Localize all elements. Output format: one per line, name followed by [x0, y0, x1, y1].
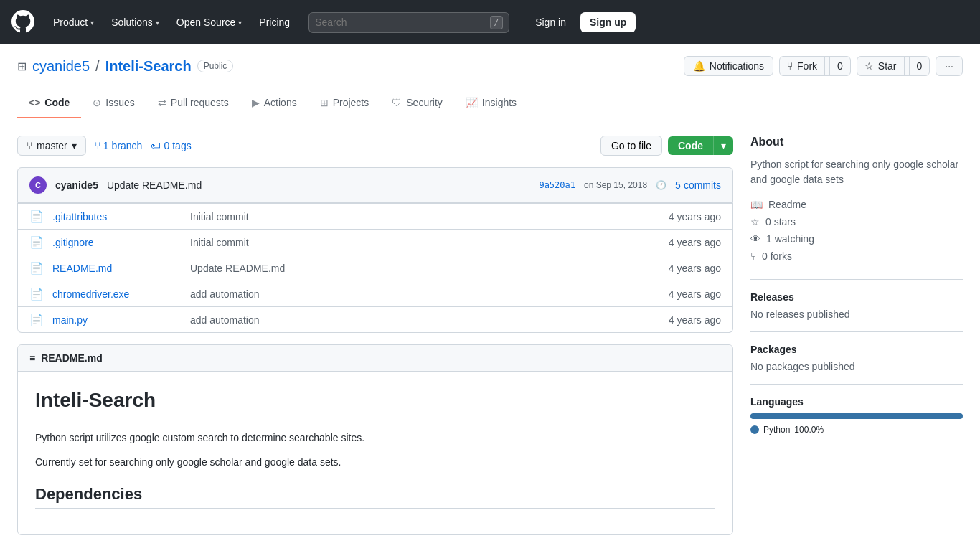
readme-box: ≡ README.md Inteli-Search Python script …	[17, 344, 733, 535]
actions-icon: ▶	[252, 97, 260, 108]
packages-title: Packages	[750, 344, 963, 355]
table-row: 📄 main.py add automation 4 years ago	[18, 306, 732, 332]
search-kbd: /	[490, 16, 504, 29]
history-icon: 🕐	[656, 180, 666, 190]
table-row: 📄 .gitignore Initial commit 4 years ago	[18, 229, 732, 255]
star-action[interactable]: ☆ Star	[857, 57, 904, 75]
repo-header: ⊞ cyanide5 / Inteli-Search Public 🔔 Noti…	[0, 44, 980, 88]
signin-button[interactable]: Sign in	[527, 13, 575, 32]
releases-section: Releases No releases published	[750, 279, 963, 320]
main-content: ⑂ master ▾ ⑂ 1 branch 🏷 0 tags Go to fil…	[0, 118, 980, 551]
search-input[interactable]	[315, 17, 486, 28]
file-icon: 📄	[29, 313, 44, 326]
commit-hash[interactable]: 9a520a1	[539, 180, 575, 190]
forks-link[interactable]: ⑂ 0 forks	[750, 250, 963, 262]
readme-title: Inteli-Search	[35, 389, 715, 418]
table-row: 📄 .gitattributes Initial commit 4 years …	[18, 203, 732, 229]
branch-right: Go to file Code ▾	[600, 136, 733, 156]
readme-desc1: Python script utilizes google custom sea…	[35, 430, 715, 446]
file-icon: 📄	[29, 209, 44, 223]
tab-projects[interactable]: ⊞ Projects	[308, 88, 381, 118]
packages-section: Packages No packages published	[750, 331, 963, 372]
file-name[interactable]: main.py	[52, 314, 182, 326]
readme-list-icon: ≡	[29, 352, 35, 364]
file-name[interactable]: chromedriver.exe	[52, 288, 182, 300]
releases-no-content: No releases published	[750, 309, 963, 320]
file-time: 4 years ago	[669, 237, 721, 248]
tab-actions[interactable]: ▶ Actions	[240, 88, 308, 118]
tab-security[interactable]: 🛡 Security	[380, 88, 454, 118]
repo-owner[interactable]: cyanide5	[32, 58, 90, 75]
readme-dependencies-title: Dependencies	[35, 485, 715, 509]
tag-count-link[interactable]: 🏷 0 tags	[151, 140, 191, 151]
readme-link[interactable]: 📖 Readme	[750, 199, 963, 210]
github-logo[interactable]	[11, 10, 34, 35]
commits-link[interactable]: 5 commits	[675, 179, 721, 191]
file-commit-msg: Initial commit	[190, 211, 660, 222]
fork-button: ⑂ Fork 0	[779, 56, 851, 76]
languages-section: Languages Python 100.0%	[750, 384, 963, 435]
star-button: ☆ Star 0	[857, 56, 930, 76]
tab-code[interactable]: <> Code	[17, 88, 81, 118]
packages-no-content: No packages published	[750, 361, 963, 372]
readme-desc2: Currently set for searching only google …	[35, 454, 715, 470]
watching-link[interactable]: 👁 1 watching	[750, 233, 963, 245]
stars-link[interactable]: ☆ 0 stars	[750, 216, 963, 227]
tab-insights[interactable]: 📈 Insights	[454, 88, 528, 118]
language-percent: 100.0%	[794, 425, 824, 435]
fork-action[interactable]: ⑂ Fork	[780, 57, 824, 75]
tab-issues[interactable]: ⊙ Issues	[81, 88, 146, 118]
repo-name[interactable]: Inteli-Search	[105, 58, 192, 75]
notifications-button[interactable]: 🔔 Notifications	[684, 56, 773, 76]
repo-actions: 🔔 Notifications ⑂ Fork 0 ☆ Star 0 ···	[684, 56, 963, 76]
signup-button[interactable]: Sign up	[580, 12, 636, 32]
header: Product ▾ Solutions ▾ Open Source ▾ Pric…	[0, 0, 980, 44]
search-bar: /	[308, 12, 509, 33]
languages-title: Languages	[750, 396, 963, 408]
more-options-button[interactable]: ···	[936, 56, 963, 76]
branch-count-link[interactable]: ⑂ 1 branch	[95, 140, 143, 151]
file-time: 4 years ago	[669, 288, 721, 300]
file-name[interactable]: README.md	[52, 263, 182, 274]
file-name[interactable]: .gitattributes	[52, 211, 182, 222]
commit-message[interactable]: Update README.md	[107, 179, 202, 191]
nav-product[interactable]: Product ▾	[46, 12, 101, 32]
projects-icon: ⊞	[320, 97, 329, 108]
insights-icon: 📈	[466, 97, 478, 108]
chevron-down-icon: ▾	[72, 140, 77, 151]
language-dot	[750, 425, 759, 434]
search-container: /	[308, 12, 509, 33]
repo-title: ⊞ cyanide5 / Inteli-Search Public	[17, 58, 233, 75]
bell-icon: 🔔	[693, 60, 705, 72]
file-time: 4 years ago	[669, 314, 721, 326]
file-icon: 📄	[29, 287, 44, 301]
repo-icon: ⊞	[17, 60, 27, 73]
sidebar: About Python script for searching only g…	[750, 136, 963, 535]
branch-selector[interactable]: ⑂ master ▾	[17, 136, 86, 156]
ellipsis-icon: ···	[945, 60, 953, 72]
avatar-initial: C	[35, 181, 41, 189]
repo-visibility-badge: Public	[197, 60, 234, 72]
branch-left: ⑂ master ▾ ⑂ 1 branch 🏷 0 tags	[17, 136, 192, 156]
repo-tabs: <> Code ⊙ Issues ⇄ Pull requests ▶ Actio…	[0, 88, 980, 118]
file-name[interactable]: .gitignore	[52, 237, 182, 248]
commit-author[interactable]: cyanide5	[55, 179, 98, 191]
table-row: 📄 chromedriver.exe add automation 4 year…	[18, 281, 732, 306]
tab-pull-requests[interactable]: ⇄ Pull requests	[146, 88, 240, 118]
code-button-main[interactable]: Code	[668, 136, 713, 155]
star-count[interactable]: 0	[909, 57, 930, 75]
avatar: C	[29, 176, 47, 194]
language-item: Python 100.0%	[750, 425, 963, 435]
commit-meta: 9a520a1 on Sep 15, 2018 🕐 5 commits	[539, 179, 721, 191]
code-dropdown-button: Code ▾	[668, 136, 733, 155]
nav-open-source[interactable]: Open Source ▾	[169, 12, 250, 32]
nav-pricing[interactable]: Pricing	[252, 12, 297, 32]
nav-solutions[interactable]: Solutions ▾	[104, 12, 166, 32]
eye-icon: 👁	[750, 233, 760, 245]
github-logo-icon	[11, 10, 34, 33]
language-name: Python	[763, 425, 790, 435]
code-button-caret[interactable]: ▾	[713, 136, 733, 155]
go-to-file-button[interactable]: Go to file	[600, 136, 662, 156]
table-row: 📄 README.md Update README.md 4 years ago	[18, 255, 732, 281]
fork-count[interactable]: 0	[829, 57, 850, 75]
